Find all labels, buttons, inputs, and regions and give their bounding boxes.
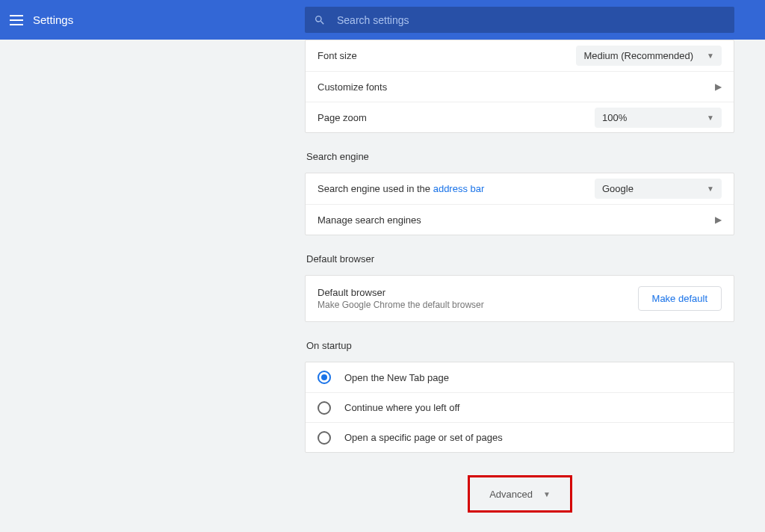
search-engine-value: Google xyxy=(602,183,634,194)
startup-option-continue[interactable]: Continue where you left off xyxy=(306,392,734,422)
chevron-right-icon: ▶ xyxy=(715,214,722,225)
address-bar-link[interactable]: address bar xyxy=(433,183,485,194)
advanced-toggle[interactable]: Advanced ▼ xyxy=(468,475,572,513)
chevron-down-icon: ▼ xyxy=(543,490,551,498)
hamburger-menu-icon[interactable] xyxy=(7,11,25,29)
font-size-label: Font size xyxy=(318,50,357,61)
search-engine-card: Search engine used in the address bar Go… xyxy=(305,173,734,235)
customize-fonts-row[interactable]: Customize fonts ▶ xyxy=(306,71,734,102)
radio-icon xyxy=(318,371,331,384)
chevron-down-icon: ▼ xyxy=(707,114,714,122)
font-size-value: Medium (Recommended) xyxy=(583,50,693,61)
make-default-button[interactable]: Make default xyxy=(638,286,722,311)
search-engine-dropdown[interactable]: Google ▼ xyxy=(595,179,722,199)
search-bar[interactable] xyxy=(305,7,734,33)
font-size-dropdown[interactable]: Medium (Recommended) ▼ xyxy=(576,46,722,66)
page-zoom-row: Page zoom 100% ▼ xyxy=(306,102,734,132)
default-browser-row: Default browser Make Google Chrome the d… xyxy=(306,276,734,321)
customize-fonts-label: Customize fonts xyxy=(318,81,387,93)
radio-icon xyxy=(318,431,331,445)
radio-icon xyxy=(318,401,331,415)
search-engine-used-label: Search engine used in the address bar xyxy=(318,183,484,194)
startup-option-label: Continue where you left off xyxy=(344,402,459,413)
chevron-right-icon: ▶ xyxy=(715,81,722,92)
search-input[interactable] xyxy=(337,14,725,26)
startup-section-title: On startup xyxy=(306,340,734,351)
search-engine-used-prefix: Search engine used in the xyxy=(318,183,433,194)
startup-option-specific[interactable]: Open a specific page or set of pages xyxy=(306,422,734,452)
advanced-label: Advanced xyxy=(489,489,533,500)
page-title: Settings xyxy=(33,13,73,26)
page-zoom-label: Page zoom xyxy=(318,112,367,123)
chevron-down-icon: ▼ xyxy=(707,185,714,193)
default-browser-section-title: Default browser xyxy=(306,253,734,265)
startup-option-new-tab[interactable]: Open the New Tab page xyxy=(306,362,734,392)
search-icon xyxy=(314,13,326,27)
startup-card: Open the New Tab page Continue where you… xyxy=(305,362,734,453)
page-zoom-dropdown[interactable]: 100% ▼ xyxy=(595,108,722,128)
default-browser-sub: Make Google Chrome the default browser xyxy=(318,300,484,310)
startup-option-label: Open the New Tab page xyxy=(344,372,449,383)
startup-option-label: Open a specific page or set of pages xyxy=(344,432,503,443)
settings-content: Font size Medium (Recommended) ▼ Customi… xyxy=(305,40,734,468)
page-zoom-value: 100% xyxy=(602,112,627,123)
default-browser-card: Default browser Make Google Chrome the d… xyxy=(305,275,734,322)
manage-search-engines-row[interactable]: Manage search engines ▶ xyxy=(306,204,734,235)
font-size-row: Font size Medium (Recommended) ▼ xyxy=(306,40,734,71)
header-bar: Settings xyxy=(0,0,765,40)
search-engine-section-title: Search engine xyxy=(306,151,734,162)
manage-search-engines-label: Manage search engines xyxy=(318,214,421,226)
default-browser-heading: Default browser xyxy=(318,287,484,298)
chevron-down-icon: ▼ xyxy=(707,52,714,60)
search-engine-used-row: Search engine used in the address bar Go… xyxy=(306,173,734,204)
appearance-card: Font size Medium (Recommended) ▼ Customi… xyxy=(305,40,734,133)
